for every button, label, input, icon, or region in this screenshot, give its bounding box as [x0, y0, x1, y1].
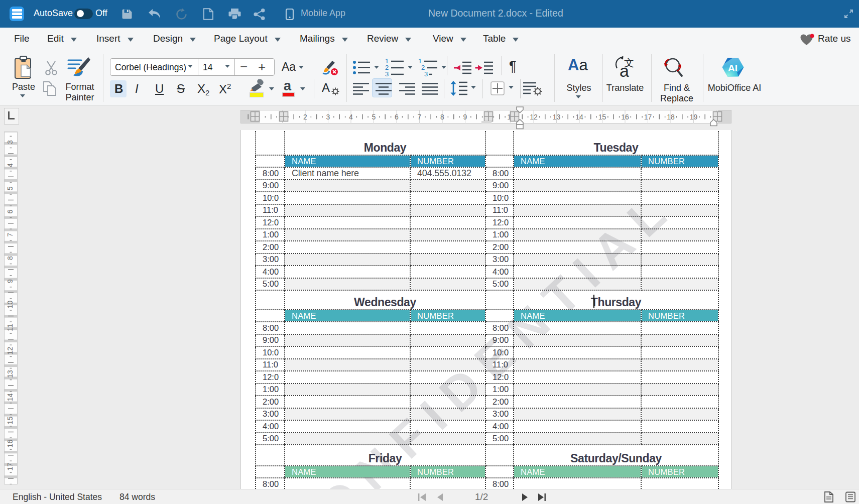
svg-text:AI: AI	[728, 63, 738, 73]
svg-text:3: 3	[424, 70, 428, 78]
svg-text:文: 文	[624, 57, 634, 68]
svg-text:3: 3	[385, 70, 389, 78]
